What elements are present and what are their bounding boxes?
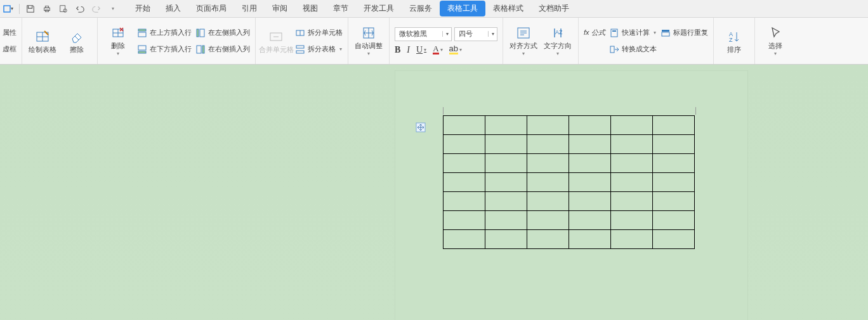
select-button[interactable]: 选择 ▾ — [760, 22, 791, 60]
font-name-select[interactable]: 微软雅黑 ▾ — [395, 27, 452, 41]
table-cell[interactable] — [527, 173, 569, 192]
table-cell[interactable] — [444, 154, 485, 173]
table-cell[interactable] — [527, 192, 569, 211]
table-row[interactable] — [444, 192, 695, 211]
table-cell[interactable] — [485, 192, 527, 211]
print-icon[interactable] — [41, 3, 53, 15]
table-row[interactable] — [444, 230, 695, 249]
tab-table-style[interactable]: 表格样式 — [485, 1, 531, 16]
insert-row-below-button[interactable]: 在下方插入行 — [137, 42, 192, 56]
convert-to-text-button[interactable]: 转换成文本 — [609, 42, 657, 56]
table-cell[interactable] — [653, 230, 695, 249]
print-preview-icon[interactable] — [58, 3, 69, 15]
erase-button[interactable]: 擦除 — [62, 22, 92, 60]
underline-button[interactable]: U▾ — [416, 45, 426, 55]
table-cell[interactable] — [569, 230, 611, 249]
table-cell[interactable] — [444, 192, 485, 211]
document-table[interactable] — [443, 115, 695, 249]
highlight-button[interactable]: ab ▾ — [449, 45, 462, 54]
table-cell[interactable] — [569, 192, 611, 211]
table-cell[interactable] — [444, 173, 485, 192]
draw-table-button[interactable]: 绘制表格 — [27, 22, 58, 60]
table-cell[interactable] — [611, 211, 653, 230]
table-row[interactable] — [444, 154, 695, 173]
tab-doc-helper[interactable]: 文档助手 — [531, 1, 577, 16]
table-cell[interactable] — [611, 116, 653, 135]
tab-references[interactable]: 引用 — [234, 1, 265, 16]
autofit-button[interactable]: 自动调整 ▾ — [353, 22, 384, 60]
split-cells-button[interactable]: 拆分单元格 — [295, 26, 343, 40]
table-cell[interactable] — [485, 154, 527, 173]
table-cell[interactable] — [485, 211, 527, 230]
tab-table-tools[interactable]: 表格工具 — [440, 1, 485, 16]
redo-icon[interactable] — [91, 3, 102, 15]
table-move-handle[interactable] — [415, 122, 426, 133]
tab-sections[interactable]: 章节 — [326, 1, 356, 16]
table-cell[interactable] — [444, 230, 485, 249]
table-cell[interactable] — [485, 135, 527, 154]
table-cell[interactable] — [653, 116, 695, 135]
sort-button[interactable]: AZ 排序 — [719, 22, 749, 60]
tab-start[interactable]: 开始 — [128, 1, 158, 16]
table-cell[interactable] — [485, 173, 527, 192]
header-repeat-button[interactable]: 标题行重复 — [661, 26, 708, 40]
table-cell[interactable] — [569, 116, 611, 135]
tab-view[interactable]: 视图 — [295, 1, 326, 16]
table-properties-button[interactable]: 属性 — [3, 26, 16, 40]
table-cell[interactable] — [485, 116, 527, 135]
table-cell[interactable] — [527, 211, 569, 230]
table-row[interactable] — [444, 135, 695, 154]
font-size-select[interactable]: 四号 ▾ — [454, 27, 497, 41]
table-cell[interactable] — [444, 116, 485, 135]
table-cell[interactable] — [527, 230, 569, 249]
bold-button[interactable]: B — [395, 45, 400, 55]
text-direction-button[interactable]: AZ 文字方向 ▾ — [542, 22, 573, 60]
file-dropdown-icon[interactable]: ▾ — [3, 3, 14, 15]
table-cell[interactable] — [653, 173, 695, 192]
insert-col-left-button[interactable]: 在左侧插入列 — [195, 26, 250, 40]
tab-dev-tools[interactable]: 开发工具 — [356, 1, 402, 16]
delete-button[interactable]: 删除 ▾ — [103, 22, 133, 60]
save-icon[interactable] — [25, 3, 36, 15]
virtual-box-button[interactable]: 虚框 — [3, 42, 16, 56]
table-row[interactable] — [444, 173, 695, 192]
table-cell[interactable] — [569, 154, 611, 173]
split-table-button[interactable]: 拆分表格 ▾ — [295, 42, 343, 56]
undo-icon[interactable] — [74, 3, 86, 15]
insert-row-above-button[interactable]: 在上方插入行 — [137, 26, 192, 40]
ruler-indent-left[interactable] — [443, 107, 444, 115]
qat-more-icon[interactable]: ▾ — [107, 3, 119, 15]
table-cell[interactable] — [527, 154, 569, 173]
ruler-indent-right[interactable] — [695, 107, 696, 115]
table-cell[interactable] — [653, 192, 695, 211]
table-cell[interactable] — [569, 135, 611, 154]
table-cell[interactable] — [611, 173, 653, 192]
document-area[interactable] — [0, 65, 868, 320]
table-cell[interactable] — [444, 211, 485, 230]
table-row[interactable] — [444, 116, 695, 135]
tab-review[interactable]: 审阅 — [265, 1, 295, 16]
table-row[interactable] — [444, 211, 695, 230]
insert-col-right-button[interactable]: 在右侧插入列 — [195, 42, 250, 56]
table-cell[interactable] — [611, 135, 653, 154]
table-cell[interactable] — [569, 173, 611, 192]
table-cell[interactable] — [527, 135, 569, 154]
italic-button[interactable]: I — [407, 45, 410, 55]
font-color-button[interactable]: A ▾ — [433, 45, 442, 54]
quick-calc-button[interactable]: 快速计算 ▾ — [609, 26, 657, 40]
tab-cloud[interactable]: 云服务 — [402, 1, 440, 16]
table-cell[interactable] — [653, 135, 695, 154]
formula-button[interactable]: fx 公式 — [584, 26, 605, 40]
tab-insert[interactable]: 插入 — [158, 1, 188, 16]
table-cell[interactable] — [611, 230, 653, 249]
table-cell[interactable] — [653, 211, 695, 230]
table-cell[interactable] — [569, 211, 611, 230]
table-cell[interactable] — [485, 230, 527, 249]
tab-page-layout[interactable]: 页面布局 — [188, 1, 234, 16]
table-cell[interactable] — [611, 154, 653, 173]
table-cell[interactable] — [527, 116, 569, 135]
table-cell[interactable] — [444, 135, 485, 154]
table-cell[interactable] — [611, 192, 653, 211]
table-cell[interactable] — [653, 154, 695, 173]
align-button[interactable]: 对齐方式 ▾ — [508, 22, 539, 60]
